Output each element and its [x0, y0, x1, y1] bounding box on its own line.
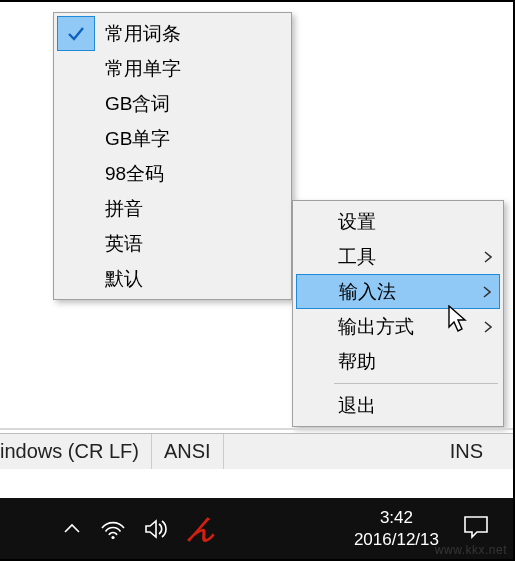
ime-context-menu: 设置 工具 输入法 输出方式 帮助 退出: [292, 200, 504, 427]
windows-taskbar: ん 3:42 2016/12/13 www.kkx.net: [0, 498, 513, 559]
status-encoding[interactable]: ANSI: [152, 434, 224, 469]
submenu-item-english[interactable]: 英语: [57, 226, 288, 261]
menu-item-label: 工具: [332, 244, 476, 270]
check-gutter: [57, 191, 95, 226]
ime-tray-icon[interactable]: ん: [185, 510, 219, 548]
menu-item-input-method[interactable]: 输入法: [296, 274, 500, 309]
clock-date: 2016/12/13: [354, 529, 439, 550]
chevron-right-icon: [476, 251, 500, 263]
ime-submenu: 常用词条 常用单字 GB含词 GB单字 98全码 拼音 英语 默认: [53, 12, 292, 300]
submenu-item-common-phrases[interactable]: 常用词条: [57, 16, 288, 51]
editor-statusbar: indows (CR LF) ANSI INS: [0, 433, 513, 469]
menu-item-tools[interactable]: 工具: [296, 239, 500, 274]
menu-item-exit[interactable]: 退出: [296, 388, 500, 423]
action-center-icon[interactable]: [455, 515, 513, 543]
submenu-item-label: 常用词条: [95, 21, 181, 47]
check-gutter: [57, 226, 95, 261]
check-gutter: [57, 51, 95, 86]
status-line-ending-label: indows (CR LF): [0, 440, 139, 463]
submenu-item-common-chars[interactable]: 常用单字: [57, 51, 288, 86]
menu-separator: [334, 383, 498, 384]
clock-time: 3:42: [354, 507, 439, 528]
chevron-right-icon: [475, 286, 499, 298]
check-gutter: [57, 121, 95, 156]
menu-item-help[interactable]: 帮助: [296, 344, 500, 379]
submenu-item-label: 拼音: [95, 196, 143, 222]
check-gutter: [57, 156, 95, 191]
submenu-item-label: 默认: [95, 266, 143, 292]
menu-item-label: 输入法: [333, 279, 475, 305]
menu-item-label: 设置: [332, 209, 500, 235]
volume-icon[interactable]: [144, 518, 170, 540]
menu-item-label: 退出: [332, 393, 500, 419]
svg-point-0: [111, 535, 114, 538]
submenu-item-label: GB含词: [95, 91, 170, 117]
submenu-item-default[interactable]: 默认: [57, 261, 288, 296]
submenu-item-label: GB单字: [95, 126, 170, 152]
menu-item-settings[interactable]: 设置: [296, 204, 500, 239]
submenu-item-98-full[interactable]: 98全码: [57, 156, 288, 191]
submenu-item-gb-words[interactable]: GB含词: [57, 86, 288, 121]
submenu-item-label: 英语: [95, 231, 143, 257]
check-gutter: [57, 261, 95, 296]
submenu-item-label: 常用单字: [95, 56, 181, 82]
menu-item-output-mode[interactable]: 输出方式: [296, 309, 500, 344]
menu-item-label: 帮助: [332, 349, 500, 375]
menu-item-label: 输出方式: [332, 314, 476, 340]
status-insert-mode[interactable]: INS: [438, 434, 513, 469]
tray-overflow-icon[interactable]: [62, 519, 82, 539]
submenu-item-gb-chars[interactable]: GB单字: [57, 121, 288, 156]
statusbar-top-border: [0, 428, 513, 430]
submenu-item-label: 98全码: [95, 161, 164, 187]
wifi-icon[interactable]: [100, 518, 126, 540]
status-line-ending[interactable]: indows (CR LF): [0, 434, 152, 469]
check-icon: [57, 16, 95, 51]
watermark-text: www.kkx.net: [435, 543, 507, 557]
submenu-item-pinyin[interactable]: 拼音: [57, 191, 288, 226]
status-insert-mode-label: INS: [450, 440, 483, 463]
status-encoding-label: ANSI: [164, 440, 211, 463]
chevron-right-icon: [476, 321, 500, 333]
check-gutter: [57, 86, 95, 121]
